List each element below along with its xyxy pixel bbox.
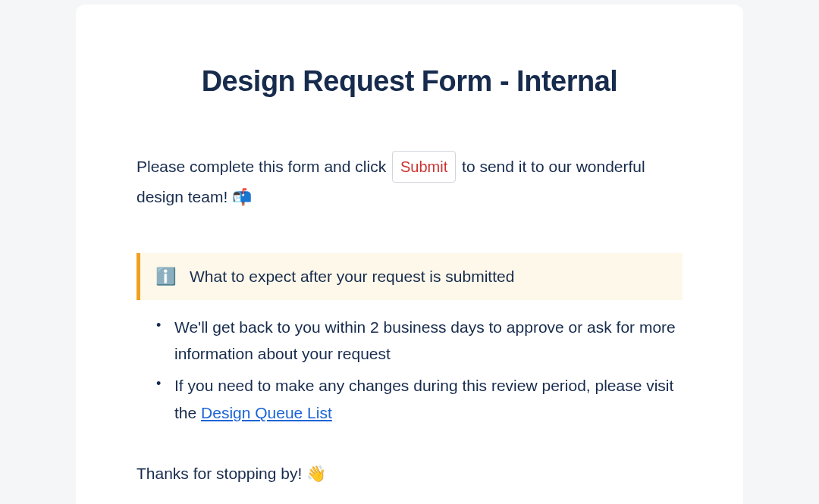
thanks-text: Thanks for stopping by! 👋 (136, 465, 682, 483)
thanks-message: Thanks for stopping by! (136, 465, 306, 482)
intro-before-text: Please complete this form and click (136, 158, 391, 175)
info-icon: ℹ️ (155, 267, 176, 286)
wave-icon: 👋 (306, 465, 326, 482)
callout-text: What to expect after your request is sub… (190, 268, 514, 286)
info-callout: ℹ️ What to expect after your request is … (136, 253, 682, 300)
mailbox-icon: 📬 (232, 188, 252, 205)
expectations-list: We'll get back to you within 2 business … (136, 314, 682, 427)
page-title: Design Request Form - Internal (136, 65, 682, 98)
form-card: Design Request Form - Internal Please co… (76, 5, 743, 504)
bullet-text: We'll get back to you within 2 business … (174, 318, 676, 363)
intro-paragraph: Please complete this form and click Subm… (136, 151, 682, 211)
design-queue-link[interactable]: Design Queue List (201, 404, 332, 421)
submit-button-pill[interactable]: Submit (392, 151, 456, 183)
list-item: If you need to make any changes during t… (153, 372, 682, 426)
list-item: We'll get back to you within 2 business … (153, 314, 682, 368)
